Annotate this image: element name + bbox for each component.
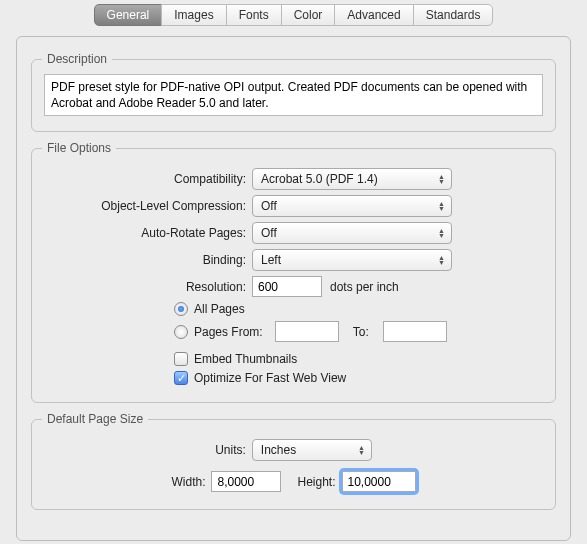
default-page-size-group: Default Page Size Units: Inches ▲▼ Width… (31, 419, 556, 510)
description-textarea[interactable] (44, 74, 543, 116)
height-input[interactable] (342, 471, 416, 492)
tab-general[interactable]: General (94, 4, 163, 26)
pages-from-label: Pages From: (194, 325, 263, 339)
binding-value: Left (261, 253, 281, 267)
radio-icon (174, 302, 188, 316)
height-label: Height: (281, 475, 341, 489)
chevron-updown-icon: ▲▼ (438, 174, 445, 184)
auto-rotate-value: Off (261, 226, 277, 240)
resolution-label: Resolution: (44, 280, 252, 294)
tab-color[interactable]: Color (281, 4, 336, 26)
description-title: Description (42, 52, 112, 66)
checkbox-icon (174, 371, 188, 385)
description-group: Description (31, 59, 556, 132)
object-compression-value: Off (261, 199, 277, 213)
chevron-updown-icon: ▲▼ (438, 255, 445, 265)
tab-fonts[interactable]: Fonts (226, 4, 282, 26)
compatibility-label: Compatibility: (44, 172, 252, 186)
pages-to-input[interactable] (383, 321, 447, 342)
all-pages-radio[interactable]: All Pages (174, 302, 543, 316)
width-label: Width: (171, 475, 211, 489)
auto-rotate-label: Auto-Rotate Pages: (44, 226, 252, 240)
resolution-input[interactable] (252, 276, 322, 297)
compatibility-select[interactable]: Acrobat 5.0 (PDF 1.4) ▲▼ (252, 168, 452, 190)
units-select[interactable]: Inches ▲▼ (252, 439, 372, 461)
all-pages-label: All Pages (194, 302, 245, 316)
tab-bar: General Images Fonts Color Advanced Stan… (0, 0, 587, 26)
tab-images[interactable]: Images (161, 4, 226, 26)
width-input[interactable] (211, 471, 281, 492)
chevron-updown-icon: ▲▼ (358, 445, 365, 455)
object-compression-label: Object-Level Compression: (44, 199, 252, 213)
resolution-unit: dots per inch (330, 280, 399, 294)
pages-from-radio[interactable]: Pages From: To: (174, 321, 543, 342)
embed-thumbnails-label: Embed Thumbnails (194, 352, 297, 366)
file-options-group: File Options Compatibility: Acrobat 5.0 … (31, 148, 556, 403)
default-page-size-title: Default Page Size (42, 412, 148, 426)
units-value: Inches (261, 443, 296, 457)
chevron-updown-icon: ▲▼ (438, 201, 445, 211)
binding-label: Binding: (44, 253, 252, 267)
settings-panel: Description File Options Compatibility: … (16, 36, 571, 541)
units-label: Units: (215, 443, 252, 457)
object-compression-select[interactable]: Off ▲▼ (252, 195, 452, 217)
chevron-updown-icon: ▲▼ (438, 228, 445, 238)
pages-from-input[interactable] (275, 321, 339, 342)
compatibility-value: Acrobat 5.0 (PDF 1.4) (261, 172, 378, 186)
tab-advanced[interactable]: Advanced (334, 4, 413, 26)
file-options-title: File Options (42, 141, 116, 155)
auto-rotate-select[interactable]: Off ▲▼ (252, 222, 452, 244)
binding-select[interactable]: Left ▲▼ (252, 249, 452, 271)
checkbox-icon (174, 352, 188, 366)
embed-thumbnails-check[interactable]: Embed Thumbnails (174, 352, 543, 366)
tab-standards[interactable]: Standards (413, 4, 494, 26)
optimize-fast-web-check[interactable]: Optimize For Fast Web View (174, 371, 543, 385)
radio-icon (174, 325, 188, 339)
optimize-fast-web-label: Optimize For Fast Web View (194, 371, 346, 385)
pages-to-label: To: (353, 325, 369, 339)
